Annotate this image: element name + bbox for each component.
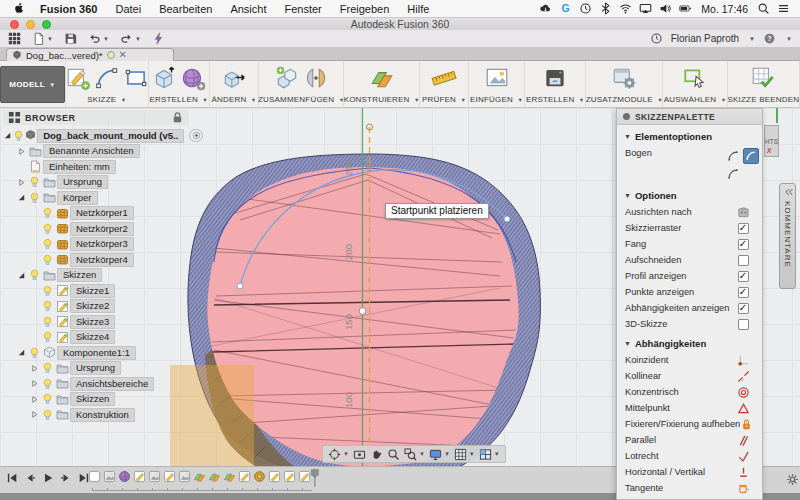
visibility-bulb-icon[interactable] bbox=[40, 378, 54, 390]
visibility-bulb-icon[interactable] bbox=[27, 176, 41, 188]
timeline-playhead[interactable] bbox=[310, 468, 320, 488]
undo-button[interactable]: ▼ bbox=[88, 32, 109, 45]
tree-item-label[interactable]: Konstruktion bbox=[70, 408, 135, 422]
visibility-bulb-icon[interactable] bbox=[40, 362, 54, 374]
palette-section-header[interactable]: ▼ Optionen bbox=[617, 184, 762, 204]
menubar-item[interactable]: Bearbeiten bbox=[150, 3, 221, 15]
tree-item-label[interactable]: Skizze1 bbox=[70, 284, 115, 298]
ribbon-group-label[interactable]: ZUSATZMODULE ▼ bbox=[586, 93, 663, 105]
save-button[interactable] bbox=[64, 32, 77, 45]
palette-section-header[interactable]: ▼ Abhängigkeiten bbox=[617, 332, 762, 352]
visibility-bulb-icon[interactable] bbox=[40, 223, 54, 235]
tree-item[interactable]: Körper bbox=[3, 190, 203, 205]
measure-ruler-icon[interactable] bbox=[431, 65, 457, 91]
tree-item-label[interactable]: Netzkörper4 bbox=[70, 253, 134, 267]
document-tab[interactable]: Dog_bac...vered)* ✕ bbox=[6, 48, 174, 61]
help-icon[interactable]: ? bbox=[763, 32, 776, 45]
arc-option-icon[interactable] bbox=[727, 150, 739, 162]
timeline-item-plane[interactable] bbox=[193, 470, 206, 483]
menubar-item[interactable]: Datei bbox=[106, 3, 150, 15]
tree-item[interactable]: Skizzen bbox=[3, 392, 203, 407]
battery-icon[interactable] bbox=[679, 2, 692, 15]
tree-item[interactable]: Ursprung bbox=[3, 361, 203, 376]
timeline-item-plane[interactable] bbox=[223, 470, 236, 483]
checkbox-unchecked[interactable] bbox=[738, 255, 749, 266]
tree-item[interactable]: Ursprung bbox=[3, 175, 203, 190]
tree-item[interactable]: Skizzen bbox=[3, 268, 203, 283]
tree-item-label[interactable]: Netzkörper3 bbox=[70, 237, 134, 251]
palette-row[interactable]: Aufschneiden bbox=[617, 252, 762, 268]
tree-item-label[interactable]: Einheiten: mm bbox=[43, 160, 116, 174]
palette-row[interactable]: Kollinear bbox=[617, 368, 762, 384]
addins-window-icon[interactable] bbox=[611, 65, 637, 91]
make-3dprint-icon[interactable] bbox=[542, 65, 568, 91]
arc-tool-icon[interactable] bbox=[94, 65, 120, 91]
zoom-window-icon[interactable]: ▼ bbox=[404, 448, 425, 461]
visibility-bulb-icon[interactable] bbox=[12, 130, 24, 142]
timeline-item-sketch[interactable] bbox=[163, 470, 176, 483]
tree-item[interactable]: Komponente1:1 bbox=[3, 345, 203, 360]
time-machine-icon[interactable] bbox=[579, 2, 592, 15]
ribbon-group-label[interactable]: ZUSAMMENFÜGEN ▼ bbox=[258, 93, 344, 105]
orbit-icon[interactable]: ▼ bbox=[328, 448, 349, 461]
palette-row[interactable]: Ausrichten nach bbox=[617, 204, 762, 220]
palette-row[interactable]: Skizzierraster ✓ bbox=[617, 220, 762, 236]
visibility-bulb-icon[interactable] bbox=[27, 269, 41, 281]
expander-open-icon[interactable] bbox=[3, 131, 12, 140]
tree-item-label[interactable]: Benannte Ansichten bbox=[43, 144, 140, 158]
apple-icon[interactable] bbox=[10, 2, 31, 15]
tree-item-label[interactable]: Körper bbox=[57, 191, 98, 205]
tree-item-label[interactable]: Skizzen bbox=[57, 268, 102, 282]
timeline-play-button[interactable] bbox=[42, 472, 54, 484]
arc-option-selected-icon[interactable] bbox=[743, 148, 759, 164]
timeline-item-canvas[interactable] bbox=[148, 470, 161, 483]
menubar-item[interactable]: Freigeben bbox=[331, 3, 399, 15]
app-grid-button[interactable] bbox=[8, 32, 21, 45]
visibility-bulb-icon[interactable] bbox=[27, 347, 41, 359]
timeline-item-empty[interactable] bbox=[88, 470, 101, 483]
file-new-button[interactable]: ▼ bbox=[32, 32, 53, 45]
select-cursor-icon[interactable] bbox=[682, 65, 708, 91]
ribbon-group-label[interactable]: ÄNDERN ▼ bbox=[211, 93, 256, 105]
fusion-cloud-icon[interactable] bbox=[539, 2, 552, 15]
tree-item[interactable]: Netzkörper4 bbox=[3, 252, 203, 267]
palette-row[interactable]: Tangente bbox=[617, 480, 762, 496]
notification-center-icon[interactable] bbox=[777, 2, 790, 15]
checkbox-checked[interactable]: ✓ bbox=[738, 287, 749, 298]
align-target-icon[interactable] bbox=[737, 206, 750, 219]
modify-box-icon[interactable] bbox=[221, 65, 247, 91]
zoom-icon[interactable] bbox=[387, 448, 400, 461]
visibility-bulb-icon[interactable] bbox=[40, 409, 54, 421]
tree-item-label[interactable]: Skizze4 bbox=[70, 330, 115, 344]
viewports-icon[interactable]: ▼ bbox=[479, 448, 500, 461]
timeline-item-mesh[interactable] bbox=[118, 470, 131, 483]
palette-row[interactable]: Mittelpunkt bbox=[617, 400, 762, 416]
menubar-clock[interactable]: Mo. 17:46 bbox=[699, 3, 750, 15]
timeline-step-back-button[interactable] bbox=[24, 472, 36, 484]
checkbox-checked[interactable]: ✓ bbox=[738, 239, 749, 250]
tree-item-label[interactable]: Dog_back_mount_mould (v5.. bbox=[37, 129, 184, 143]
visibility-bulb-icon[interactable] bbox=[40, 285, 54, 297]
look-at-icon[interactable] bbox=[353, 448, 366, 461]
tab-close-icon[interactable]: ✕ bbox=[119, 51, 127, 59]
palette-row[interactable]: Fang ✓ bbox=[617, 236, 762, 252]
display-settings-icon[interactable]: ▼ bbox=[429, 448, 450, 461]
collinear-icon[interactable] bbox=[737, 370, 750, 383]
redo-button[interactable]: ▼ bbox=[120, 32, 141, 45]
visibility-bulb-icon[interactable] bbox=[40, 393, 54, 405]
arc-option-icon[interactable] bbox=[727, 168, 739, 180]
palette-section-header[interactable]: ▼ Elementoptionen bbox=[617, 125, 762, 145]
sync-bolt-button[interactable] bbox=[152, 32, 165, 45]
tree-item[interactable]: Benannte Ansichten bbox=[3, 144, 203, 159]
expander-closed-icon[interactable] bbox=[29, 379, 40, 388]
tree-item-label[interactable]: Ursprung bbox=[70, 361, 121, 375]
perpendicular-icon[interactable] bbox=[737, 450, 750, 463]
arc-end-handle[interactable] bbox=[504, 216, 510, 222]
timeline-item-sketch[interactable] bbox=[238, 470, 251, 483]
sketch-origin-point[interactable] bbox=[359, 308, 366, 315]
visibility-bulb-icon[interactable] bbox=[40, 207, 54, 219]
ribbon-group-label[interactable]: AUSWÄHLEN ▼ bbox=[664, 93, 727, 105]
visibility-bulb-icon[interactable] bbox=[40, 254, 54, 266]
palette-row[interactable]: Konzentrisch bbox=[617, 384, 762, 400]
expander-open-icon[interactable] bbox=[16, 271, 27, 280]
